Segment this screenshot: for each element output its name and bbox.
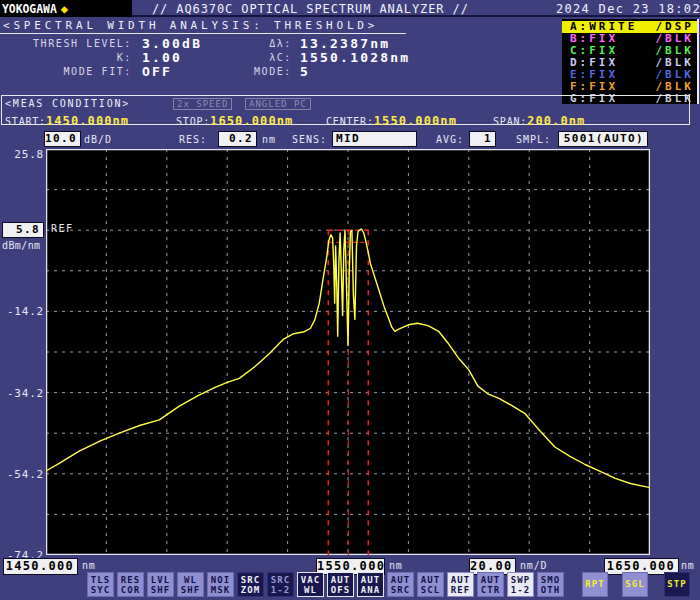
- resolution-label: RES:: [179, 134, 207, 145]
- analysis-label: MODE FIT:: [0, 66, 132, 77]
- yokogawa-logo: YOKOGAWA ◆: [0, 0, 132, 17]
- softkey-aut-ref[interactable]: AUTREF: [447, 572, 474, 597]
- softkey-line1: RES: [118, 575, 143, 585]
- softkey-line1: NOI: [208, 575, 233, 585]
- softkey-line1: AUT: [448, 575, 473, 585]
- ref-level-box[interactable]: 5.8: [2, 222, 44, 238]
- meas-field-stop: STOP:1650.000nm: [176, 110, 293, 129]
- analysis-label: K:: [0, 52, 132, 63]
- softkey-line2: WL: [298, 585, 323, 595]
- softkey-line1: SWP: [508, 575, 533, 585]
- softkey-aut-ofs[interactable]: AUTOFS: [327, 572, 354, 597]
- analysis-value: 13.2387nm: [300, 36, 390, 51]
- analysis-value: 1.00: [142, 50, 182, 65]
- softkey-line1: SRC: [268, 575, 293, 585]
- softkey-aut-ana[interactable]: AUTANA: [357, 572, 384, 597]
- level-scale-value-box[interactable]: 10.0: [44, 131, 81, 147]
- connector-badge: ANGLED PC: [245, 98, 311, 110]
- softkey-line2: SRC: [388, 585, 413, 595]
- analysis-label: THRESH LEVEL:: [0, 38, 132, 49]
- softkey-src-1-2[interactable]: SRC1-2: [267, 572, 294, 597]
- resolution-value-box[interactable]: 0.2: [218, 131, 257, 147]
- resolution-unit: nm: [262, 134, 276, 145]
- speed-badge: 2x SPEED: [173, 98, 232, 110]
- softkey-line2: ANA: [358, 585, 383, 595]
- meas-field-label: SPAN:: [493, 116, 527, 127]
- softkey-line2: OFS: [328, 585, 353, 595]
- meas-field-label: START:: [5, 116, 46, 127]
- y-axis-label: -14.2: [0, 305, 44, 318]
- softkey-line1: LVL: [148, 575, 173, 585]
- page-title: // AQ6370C OPTICAL SPECTRUM ANALYZER //: [152, 2, 469, 16]
- y-axis-label: -54.2: [0, 468, 44, 481]
- softkey-line2: SCL: [418, 585, 443, 595]
- softkey-line2: CTR: [478, 585, 503, 595]
- analysis-value: 1550.1028nm: [300, 50, 410, 65]
- softkey-vac-wl[interactable]: VACWL: [297, 572, 324, 597]
- yokogawa-diamond-icon: ◆: [61, 2, 68, 16]
- analysis-label: Δλ:: [200, 38, 292, 49]
- y-axis-label: 25.8: [0, 148, 44, 161]
- softkey-line1: AUT: [328, 575, 353, 585]
- softkey-line2: SHF: [178, 585, 203, 595]
- x-start-box[interactable]: 1450.000: [3, 558, 78, 575]
- spectrum-plot: REF: [46, 149, 650, 555]
- ref-line-label: REF: [51, 223, 74, 234]
- softkey-smo-oth[interactable]: SMOOTH: [537, 572, 564, 597]
- averaging-label: AVG:: [436, 134, 464, 145]
- spectrum-trace-svg: [46, 149, 650, 555]
- softkey-swp-1-2[interactable]: SWP1-2: [507, 572, 534, 597]
- softkey-wl-shf[interactable]: WLSHF: [177, 572, 204, 597]
- softkey-line2: SYC: [88, 585, 113, 595]
- softkey-line2: 1-2: [268, 585, 293, 595]
- meas-field-value: 200.0nm: [527, 114, 585, 128]
- softkey-line1: AUT: [418, 575, 443, 585]
- x-scale-unit: nm/D: [520, 560, 547, 571]
- meas-field-start: START:1450.000nm: [5, 110, 129, 129]
- softkey-aut-scl[interactable]: AUTSCL: [417, 572, 444, 597]
- analysis-value: OFF: [142, 64, 172, 79]
- softkey-line1: SMO: [538, 575, 563, 585]
- stp-button[interactable]: STP: [664, 572, 690, 597]
- meas-field-value: 1450.000nm: [46, 114, 129, 128]
- softkey-noi-msk[interactable]: NOIMSK: [207, 572, 234, 597]
- analysis-value: 5: [300, 64, 310, 79]
- meas-field-span: SPAN:200.0nm: [493, 110, 585, 129]
- sensitivity-label: SENS:: [292, 134, 327, 145]
- softkey-line2: COR: [118, 585, 143, 595]
- level-scale-unit: dB/D: [84, 134, 112, 145]
- analysis-header: <SPECTRAL WIDTH ANALYSIS: THRESHOLD>: [3, 19, 378, 32]
- softkey-lvl-shf[interactable]: LVLSHF: [147, 572, 174, 597]
- sgl-button[interactable]: SGL: [622, 572, 648, 597]
- meas-field-value: 1650.000nm: [210, 114, 293, 128]
- softkey-src-zom[interactable]: SRCZOM: [237, 572, 264, 597]
- softkey-line1: VAC: [298, 575, 323, 585]
- x-stop-unit: nm: [681, 560, 695, 571]
- softkey-aut-ctr[interactable]: AUTCTR: [477, 572, 504, 597]
- analysis-underline: [0, 33, 406, 34]
- softkey-line2: MSK: [208, 585, 233, 595]
- softkey-line2: 1-2: [508, 585, 533, 595]
- softkey-tls-syc[interactable]: TLSSYC: [87, 572, 114, 597]
- datetime-display: 2024 Dec 23 18:02: [556, 2, 700, 16]
- sensitivity-value-box[interactable]: MID: [332, 131, 417, 147]
- yokogawa-logo-text: YOKOGAWA: [0, 2, 57, 16]
- softkey-line2: OTH: [538, 585, 563, 595]
- softkey-line1: AUT: [358, 575, 383, 585]
- analysis-value: 3.00dB: [142, 36, 202, 51]
- sampling-label: SMPL:: [516, 134, 551, 145]
- sampling-value-box[interactable]: 5001(AUTO): [558, 131, 648, 147]
- softkey-line2: ZOM: [238, 585, 263, 595]
- averaging-value-box[interactable]: 1: [469, 131, 496, 147]
- softkey-aut-src[interactable]: AUTSRC: [387, 572, 414, 597]
- softkey-res-cor[interactable]: RESCOR: [117, 572, 144, 597]
- meas-field-center: CENTER:1550.000nm: [326, 110, 457, 129]
- analysis-label: λC:: [200, 52, 292, 63]
- analysis-label: MODE:: [200, 66, 292, 77]
- softkey-line1: SRC: [238, 575, 263, 585]
- rpt-button[interactable]: RPT: [582, 572, 608, 597]
- softkey-line2: REF: [448, 585, 473, 595]
- title-bar: YOKOGAWA ◆ // AQ6370C OPTICAL SPECTRUM A…: [0, 0, 700, 17]
- meas-field-value: 1550.000nm: [374, 114, 457, 128]
- softkey-line1: AUT: [478, 575, 503, 585]
